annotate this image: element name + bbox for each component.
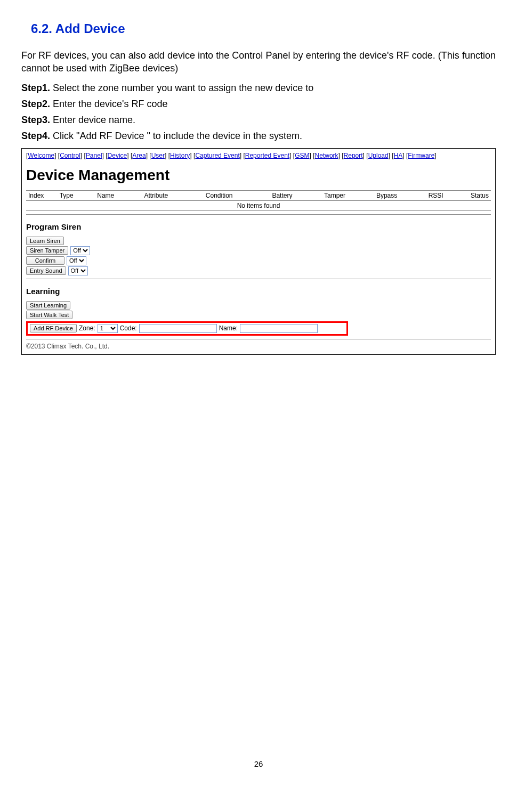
add-rf-highlight: Add RF Device Zone: 1 Code: Name:: [26, 321, 348, 336]
page-title: Device Management: [26, 167, 491, 184]
nav-history[interactable]: History: [170, 152, 190, 159]
nav-panel[interactable]: Panel: [86, 152, 102, 159]
divider: [26, 339, 491, 339]
code-label: Code:: [120, 324, 137, 332]
zone-select[interactable]: 1: [98, 324, 118, 333]
nav-firmware[interactable]: Firmware: [408, 152, 434, 159]
entry-sound-select[interactable]: Off: [68, 266, 88, 275]
col-condition: Condition: [204, 190, 270, 200]
copyright-text: ©2013 Climax Tech. Co., Ltd.: [26, 343, 491, 350]
divider: [26, 214, 491, 215]
col-status: Status: [468, 190, 491, 200]
program-siren-heading: Program Siren: [26, 222, 491, 231]
step-4: Step4. Click "Add RF Device " to include…: [21, 129, 496, 142]
col-bypass: Bypass: [374, 190, 426, 200]
no-items-text: No items found: [26, 200, 491, 210]
nav-device[interactable]: Device: [108, 152, 127, 159]
section-title: 6.2. Add Device: [31, 21, 496, 36]
nav-control[interactable]: Control: [60, 152, 80, 159]
confirm-select[interactable]: Off: [67, 256, 86, 265]
device-table: Index Type Name Attribute Condition Batt…: [26, 190, 491, 211]
start-learning-button[interactable]: Start Learning: [26, 301, 70, 310]
name-input[interactable]: [240, 324, 318, 333]
learning-heading: Learning: [26, 287, 491, 296]
add-rf-device-button[interactable]: Add RF Device: [30, 324, 77, 332]
nav-network[interactable]: Network: [315, 152, 338, 159]
zone-label: Zone:: [79, 324, 95, 332]
intro-text: For RF devices, you can also add device …: [21, 49, 496, 75]
nav-gsm[interactable]: GSM: [295, 152, 309, 159]
col-name: Name: [95, 190, 142, 200]
step-3: Step3. Enter device name.: [21, 113, 496, 126]
col-battery: Battery: [270, 190, 322, 200]
name-label: Name:: [219, 324, 238, 332]
step-1: Step1. Select the zone number you want t…: [21, 82, 496, 94]
siren-tamper-select[interactable]: Off: [70, 246, 90, 255]
code-input[interactable]: [139, 324, 217, 333]
nav-captured-event[interactable]: Captured Event: [195, 152, 239, 159]
siren-tamper-button[interactable]: Siren Tamper: [26, 246, 68, 255]
col-type: Type: [58, 190, 95, 200]
entry-sound-button[interactable]: Entry Sound: [26, 266, 66, 275]
col-attribute: Attribute: [142, 190, 203, 200]
col-rssi: RSSI: [426, 190, 468, 200]
nav-bar: [Welcome] [Control] [Panel] [Device] [Ar…: [26, 152, 491, 159]
device-management-panel: [Welcome] [Control] [Panel] [Device] [Ar…: [21, 148, 496, 355]
col-tamper: Tamper: [322, 190, 374, 200]
nav-user[interactable]: User: [151, 152, 165, 159]
nav-area[interactable]: Area: [132, 152, 146, 159]
start-walk-test-button[interactable]: Start Walk Test: [26, 311, 72, 319]
nav-reported-event[interactable]: Reported Event: [245, 152, 289, 159]
nav-ha[interactable]: HA: [394, 152, 403, 159]
nav-welcome[interactable]: Welcome: [28, 152, 54, 159]
page-number: 26: [0, 759, 517, 768]
divider: [26, 279, 491, 279]
learn-siren-button[interactable]: Learn Siren: [26, 237, 64, 245]
confirm-button[interactable]: Confirm: [26, 256, 64, 265]
nav-report[interactable]: Report: [344, 152, 363, 159]
col-index: Index: [26, 190, 58, 200]
nav-upload[interactable]: Upload: [368, 152, 389, 159]
step-2: Step2. Enter the device's RF code: [21, 98, 496, 110]
